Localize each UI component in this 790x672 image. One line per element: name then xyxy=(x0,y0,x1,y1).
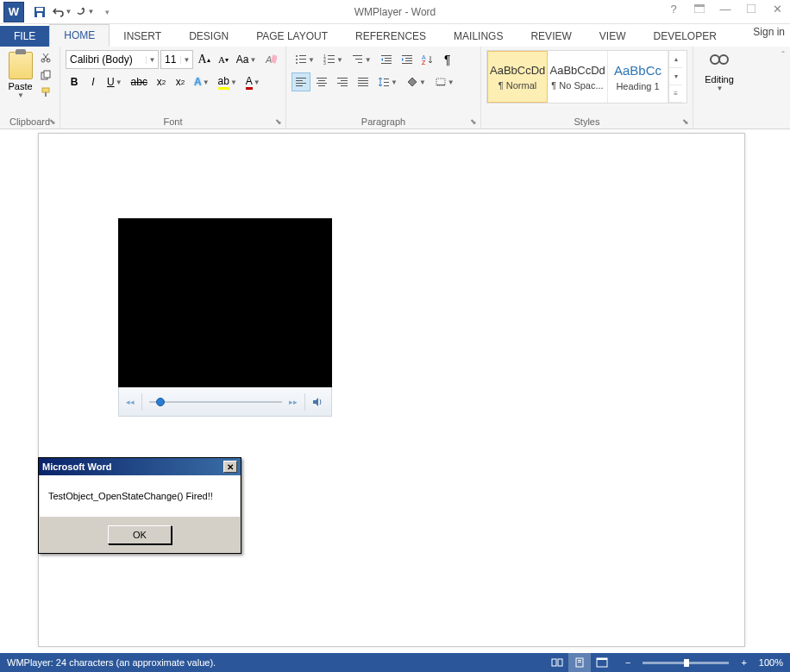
clear-formatting-button[interactable]: A xyxy=(260,50,280,69)
justify-button[interactable] xyxy=(354,72,373,91)
tab-page-layout[interactable]: PAGE LAYOUT xyxy=(242,26,342,47)
line-spacing-button[interactable]: ▼ xyxy=(374,72,401,91)
paste-label: Paste xyxy=(8,81,32,91)
ribbon-display-button[interactable] xyxy=(687,0,712,17)
align-center-button[interactable] xyxy=(312,72,331,91)
grow-font-button[interactable]: A▴ xyxy=(195,50,213,69)
borders-button[interactable]: ▼ xyxy=(431,72,458,91)
minimize-button[interactable]: — xyxy=(712,0,738,17)
gallery-up[interactable]: ▴ xyxy=(669,51,682,68)
status-text[interactable]: WMPlayer: 24 characters (an approximate … xyxy=(7,657,216,668)
document-page[interactable]: ◂◂ ▸▸ xyxy=(38,133,745,647)
font-name-input[interactable] xyxy=(66,53,146,66)
seek-thumb[interactable] xyxy=(156,398,165,406)
cut-button[interactable] xyxy=(37,50,54,66)
web-layout-button[interactable] xyxy=(591,653,613,672)
redo-button[interactable]: ▼ xyxy=(74,3,95,22)
svg-rect-40 xyxy=(296,80,303,81)
shrink-font-button[interactable]: A▾ xyxy=(215,50,232,69)
show-marks-button[interactable]: ¶ xyxy=(439,50,456,69)
superscript-button[interactable]: x2 xyxy=(172,72,189,91)
bullets-button[interactable]: ▼ xyxy=(292,50,318,69)
seek-slider[interactable] xyxy=(149,401,282,403)
paragraph-launcher[interactable]: ⬊ xyxy=(468,116,479,127)
change-case-button[interactable]: Aa▼ xyxy=(234,50,260,69)
collapse-ribbon[interactable]: ˆ xyxy=(781,50,785,60)
editing-label: Editing xyxy=(705,74,734,85)
svg-rect-51 xyxy=(358,78,368,79)
strikethrough-button[interactable]: abc xyxy=(128,72,151,91)
highlight-button[interactable]: ab▼ xyxy=(215,72,241,91)
style-no-spacing[interactable]: AaBbCcDd ¶ No Spac... xyxy=(548,51,608,103)
styles-launcher[interactable]: ⬊ xyxy=(680,116,691,127)
style-preview: AaBbCcDd xyxy=(490,64,545,77)
qat-customize[interactable]: ▾ xyxy=(97,3,117,22)
svg-rect-68 xyxy=(597,658,607,660)
font-launcher[interactable]: ⬊ xyxy=(273,116,284,127)
style-normal[interactable]: AaBbCcDd ¶ Normal xyxy=(487,51,548,103)
tab-mailings[interactable]: MAILINGS xyxy=(440,26,517,47)
shading-button[interactable]: ▼ xyxy=(403,72,429,91)
decrease-indent-button[interactable] xyxy=(377,50,396,69)
undo-button[interactable]: ▼ xyxy=(52,3,72,22)
text-effects-button[interactable]: A▼ xyxy=(191,72,213,91)
tab-file[interactable]: FILE xyxy=(0,26,49,47)
subscript-button[interactable]: x2 xyxy=(153,72,170,91)
gallery-down[interactable]: ▾ xyxy=(669,68,682,85)
sign-in-link[interactable]: Sign in xyxy=(753,26,785,38)
dialog-titlebar[interactable]: Microsoft Word ✕ xyxy=(39,458,241,475)
font-size-dropdown[interactable]: ▼ xyxy=(180,56,192,64)
tab-review[interactable]: REVIEW xyxy=(517,26,585,47)
font-size-combo[interactable]: ▼ xyxy=(160,50,193,69)
svg-rect-63 xyxy=(558,659,562,666)
video-surface[interactable] xyxy=(118,218,332,387)
bold-button[interactable]: B xyxy=(66,72,83,91)
next-track-icon[interactable]: ▸▸ xyxy=(289,398,298,406)
font-name-dropdown[interactable]: ▼ xyxy=(146,56,158,64)
zoom-slider[interactable] xyxy=(643,662,729,664)
multilevel-list-button[interactable]: ▼ xyxy=(348,50,375,69)
svg-rect-49 xyxy=(337,83,348,84)
prev-track-icon[interactable]: ◂◂ xyxy=(126,398,135,406)
maximize-button[interactable] xyxy=(738,0,764,17)
editing-button[interactable]: Editing ▼ xyxy=(699,50,740,107)
italic-button[interactable]: I xyxy=(85,72,102,91)
dialog-buttons: OK xyxy=(39,517,241,553)
copy-button[interactable] xyxy=(37,67,54,83)
close-button[interactable]: ✕ xyxy=(764,0,790,17)
align-left-button[interactable] xyxy=(292,72,310,91)
gallery-more[interactable]: ≡ xyxy=(669,85,682,103)
dialog-close-button[interactable]: ✕ xyxy=(223,461,237,473)
tab-view[interactable]: VIEW xyxy=(586,26,640,47)
tab-design[interactable]: DESIGN xyxy=(175,26,242,47)
svg-rect-58 xyxy=(436,79,445,85)
clipboard-launcher[interactable]: ⬊ xyxy=(47,116,58,127)
tab-home[interactable]: HOME xyxy=(49,24,110,47)
zoom-in-button[interactable]: + xyxy=(737,657,749,668)
tab-insert[interactable]: INSERT xyxy=(110,26,175,47)
zoom-level[interactable]: 100% xyxy=(759,657,783,668)
embedded-wmplayer: ◂◂ ▸▸ xyxy=(118,218,332,417)
save-button[interactable] xyxy=(29,3,50,22)
align-right-button[interactable] xyxy=(333,72,352,91)
tab-references[interactable]: REFERENCES xyxy=(342,26,440,47)
zoom-thumb[interactable] xyxy=(684,659,689,667)
numbering-button[interactable]: 123▼ xyxy=(320,50,347,69)
paste-button[interactable]: Paste ▼ xyxy=(5,50,35,107)
increase-indent-button[interactable] xyxy=(398,50,417,69)
font-name-combo[interactable]: ▼ xyxy=(66,50,159,69)
sort-button[interactable]: AZ xyxy=(418,50,437,69)
underline-button[interactable]: U▼ xyxy=(103,72,126,91)
zoom-out-button[interactable]: − xyxy=(622,657,634,668)
font-size-input[interactable] xyxy=(161,53,180,66)
speaker-icon[interactable] xyxy=(312,396,324,408)
print-layout-button[interactable] xyxy=(568,653,591,672)
tab-developer[interactable]: DEVELOPER xyxy=(639,26,730,47)
style-heading1[interactable]: AaBbCc Heading 1 xyxy=(608,51,668,103)
read-mode-button[interactable] xyxy=(546,653,568,672)
style-name-label: ¶ Normal xyxy=(490,80,545,91)
font-color-button[interactable]: A▼ xyxy=(242,72,264,91)
ok-button[interactable]: OK xyxy=(108,525,172,544)
help-button[interactable]: ? xyxy=(661,0,687,17)
format-painter-button[interactable] xyxy=(37,85,54,100)
